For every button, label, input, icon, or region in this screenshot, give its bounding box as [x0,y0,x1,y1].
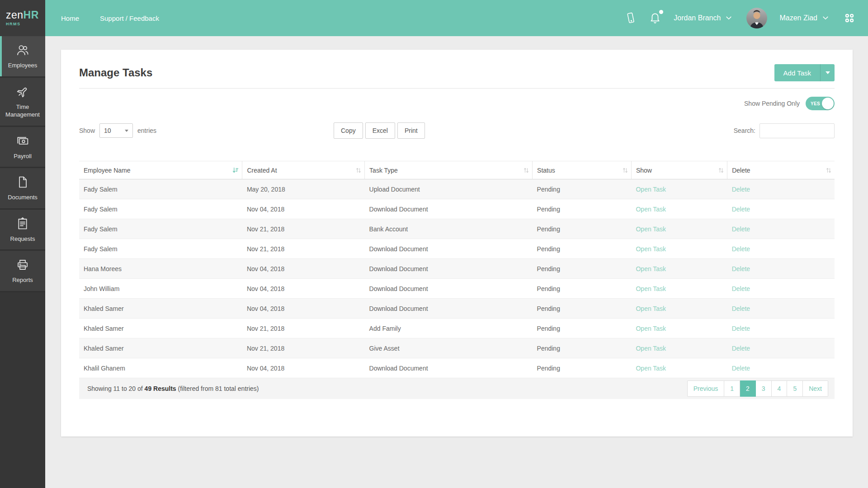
column-header-task-type[interactable]: Task Type [365,161,533,179]
results-summary-suffix: (filtered from 81 total entries) [176,385,259,392]
pagination-page-3[interactable]: 3 [756,380,772,397]
task-type-cell: Upload Document [365,179,533,199]
branch-selector[interactable]: Jordan Branch [674,14,731,22]
mobile-phone-icon[interactable] [624,10,638,26]
employee-name-cell: Khalil Ghanem [79,358,242,378]
sidebar-item-time-management[interactable]: Time Management [0,78,45,127]
user-menu[interactable]: Mazen Ziad [779,14,828,22]
open-task-link[interactable]: Open Task [636,305,666,312]
entries-select[interactable]: 10 [99,123,133,138]
pagination: Previous12345Next [687,380,828,397]
table-row: Khalil Ghanem Nov 04, 2018 Download Docu… [79,358,835,378]
sidebar-item-requests[interactable]: Requests [0,210,45,251]
delete-link[interactable]: Delete [732,325,750,332]
column-header-show[interactable]: Show [631,161,727,179]
user-avatar[interactable] [746,8,767,28]
open-task-link[interactable]: Open Task [636,186,666,193]
pagination-previous[interactable]: Previous [687,380,724,397]
toggle-knob[interactable] [822,98,834,109]
sidebar-item-employees[interactable]: Employees [0,36,45,78]
status-cell: Pending [533,219,632,239]
add-task-dropdown-toggle[interactable] [820,64,835,81]
pagination-page-4[interactable]: 4 [772,380,788,397]
created-at-cell: Nov 04, 2018 [242,279,365,299]
delete-link[interactable]: Delete [732,285,750,292]
delete-cell: Delete [727,199,835,219]
sidebar-item-reports[interactable]: Reports [0,251,45,292]
status-cell: Pending [533,279,632,299]
open-task-link[interactable]: Open Task [636,206,666,213]
column-header-status[interactable]: Status [533,161,632,179]
apps-grid-icon[interactable] [843,12,856,24]
logo-text: zenHR [6,10,45,20]
sidebar-item-payroll[interactable]: Payroll [0,127,45,169]
table-controls-row: Show 10 entries Copy Excel Print Search: [79,122,835,139]
search-input[interactable] [760,123,835,138]
header-row: Employee Name Created At [79,161,835,179]
delete-cell: Delete [727,219,835,239]
printer-icon [15,258,30,272]
results-summary: Showing 11 to 20 of 49 Results (filtered… [87,385,259,392]
show-cell: Open Task [631,239,727,259]
column-header-employee-name[interactable]: Employee Name [79,161,242,179]
nav-item-home[interactable]: Home [61,14,79,22]
open-task-link[interactable]: Open Task [636,285,666,292]
pagination-page-5[interactable]: 5 [787,380,803,397]
document-icon [15,175,30,189]
pagination-next[interactable]: Next [803,380,828,397]
add-task-button[interactable]: Add Task [774,64,835,81]
clipboard-icon [15,216,30,231]
entries-selected-value: 10 [104,127,111,134]
open-task-link[interactable]: Open Task [636,365,666,372]
topbar-right: Jordan Branch Mazen Ziad [625,8,868,28]
manage-tasks-card: Manage Tasks Add Task Show Pending Only … [61,50,853,436]
table-footer: Showing 11 to 20 of 49 Results (filtered… [79,378,835,399]
delete-cell: Delete [727,259,835,279]
notifications-bell-icon[interactable] [649,11,661,25]
open-task-link[interactable]: Open Task [636,225,666,233]
zenhr-logo[interactable]: zenHR HRMS [0,0,45,36]
tasks-table-body: Fady Salem May 20, 2018 Upload Document … [79,179,835,378]
logo-hr: HR [24,9,39,21]
delete-link[interactable]: Delete [732,365,750,372]
delete-link[interactable]: Delete [732,265,750,272]
delete-link[interactable]: Delete [732,225,750,233]
nav-item-support-feedback[interactable]: Support / Feedback [100,14,159,22]
pagination-page-1[interactable]: 1 [724,380,740,397]
add-task-label[interactable]: Add Task [774,64,820,81]
delete-link[interactable]: Delete [732,345,750,352]
column-header-created-at[interactable]: Created At [242,161,365,179]
delete-link[interactable]: Delete [732,206,750,213]
table-row: Khaled Samer Nov 21, 2018 Give Asset Pen… [79,338,835,358]
delete-cell: Delete [727,319,835,338]
tasks-table-head: Employee Name Created At [79,161,835,179]
delete-link[interactable]: Delete [732,305,750,312]
delete-link[interactable]: Delete [732,186,750,193]
open-task-link[interactable]: Open Task [636,245,666,253]
excel-button[interactable]: Excel [365,122,395,139]
entries-prefix-label: Show [79,127,95,134]
pending-toggle[interactable]: YES [806,97,835,110]
sidebar-item-documents[interactable]: Documents [0,168,45,210]
open-task-link[interactable]: Open Task [636,265,666,272]
created-at-cell: Nov 21, 2018 [242,338,365,358]
delete-link[interactable]: Delete [732,245,750,253]
table-row: Khaled Samer Nov 04, 2018 Download Docum… [79,299,835,319]
created-at-cell: Nov 04, 2018 [242,259,365,279]
created-at-cell: Nov 21, 2018 [242,319,365,338]
notification-dot [659,10,663,14]
column-label: Employee Name [84,167,131,174]
open-task-link[interactable]: Open Task [636,345,666,352]
column-header-delete[interactable]: Delete [727,161,835,179]
pending-filter-label: Show Pending Only [744,100,800,107]
task-type-cell: Download Document [365,299,533,319]
delete-cell: Delete [727,338,835,358]
task-type-cell: Download Document [365,199,533,219]
topbar: zenHR HRMS Home Support / Feedback Jorda… [0,0,868,36]
created-at-cell: Nov 21, 2018 [242,219,365,239]
copy-button[interactable]: Copy [334,122,363,139]
delete-cell: Delete [727,299,835,319]
open-task-link[interactable]: Open Task [636,325,666,332]
print-button[interactable]: Print [397,122,425,139]
pagination-page-2[interactable]: 2 [740,380,756,397]
